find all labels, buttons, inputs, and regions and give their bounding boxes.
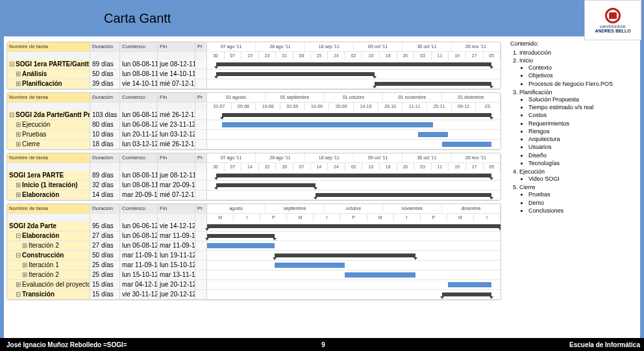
month-label: 07 ago '11 — [207, 153, 256, 162]
day-label: 10 — [362, 52, 380, 60]
day-label: 08 — [293, 52, 311, 60]
task-end: vie 14-12-12 — [158, 222, 195, 231]
task-end: mar 11-09-12 — [158, 241, 195, 250]
col-header-pr[interactable]: Pr — [195, 204, 207, 213]
expand-icon[interactable]: ⊟ — [16, 290, 21, 299]
content-outline: Contenido: IntroducciónInicioContextoObj… — [504, 36, 640, 338]
gantt-bar[interactable] — [345, 272, 415, 278]
gantt-bar[interactable] — [207, 234, 275, 238]
task-row[interactable]: ⊞Evaluación del proyecto15 díasmar 04-12… — [7, 280, 501, 290]
task-row[interactable]: ⊞Iteración 225 díaslun 15-10-12mar 13-11… — [7, 270, 501, 280]
day-label: P — [340, 214, 367, 222]
task-row[interactable]: ⊞Elaboración14 díasmar 20-09-11mié 07-12… — [7, 190, 501, 200]
day-label: 02 — [345, 52, 363, 60]
expand-icon[interactable]: ⊞ — [22, 261, 27, 270]
task-row[interactable]: ⊞Cierre18 díaslun 03-12-12mié 26-12-12 — [7, 140, 501, 150]
gantt-bar[interactable] — [275, 263, 345, 268]
month-label: diciembre — [442, 204, 501, 213]
day-label: 30 — [207, 163, 225, 171]
expand-icon[interactable]: ⊞ — [16, 190, 21, 200]
expand-icon[interactable]: ⊞ — [16, 120, 21, 129]
gantt-bar[interactable] — [216, 183, 316, 187]
col-header-pr[interactable]: Pr — [195, 93, 207, 102]
task-row[interactable]: ⊞Iteración 227 díaslun 06-08-12mar 11-09… — [7, 241, 501, 251]
task-row[interactable]: ⊞Inicio (1 iteración)32 díaslun 08-08-11… — [7, 181, 501, 190]
expand-icon[interactable]: ⊞ — [22, 241, 27, 250]
expand-icon[interactable]: ⊟ — [9, 110, 14, 120]
gantt-bar[interactable] — [275, 254, 415, 257]
expand-icon[interactable]: ⊞ — [22, 270, 27, 280]
task-dur: 95 días — [90, 222, 120, 231]
day-label: 26 — [397, 163, 415, 171]
day-label: 05 — [484, 163, 501, 171]
col-header-end[interactable]: Fin — [158, 42, 195, 51]
col-header-name[interactable]: Nombre de tarea — [7, 153, 90, 162]
expand-icon[interactable]: ⊞ — [16, 79, 21, 88]
col-header-end[interactable]: Fin — [158, 153, 195, 162]
day-label: 07 — [293, 163, 311, 171]
col-header-start[interactable]: Comienzo — [120, 153, 158, 162]
gantt-bar[interactable] — [207, 224, 501, 228]
task-row[interactable]: ⊟Elaboración27 díaslun 06-08-12mar 11-09… — [7, 231, 501, 241]
task-row[interactable]: ⊟SOGI 1era PARTE/Gantt Proyecto89 díaslu… — [7, 60, 501, 70]
col-header-end[interactable]: Fin — [158, 93, 195, 102]
col-header-start[interactable]: Comienzo — [120, 42, 158, 51]
col-header-dur[interactable]: Duración — [90, 42, 120, 51]
gantt-bar[interactable] — [442, 292, 492, 296]
task-row[interactable]: ⊟Construcción50 díasmar 11-09-12lun 19-1… — [7, 251, 501, 261]
col-header-dur[interactable]: Duración — [90, 93, 120, 102]
day-label: 15 — [311, 52, 328, 60]
gantt-bar[interactable] — [216, 62, 492, 66]
gantt-bar[interactable] — [418, 132, 447, 137]
task-start: lun 06-08-12 — [120, 110, 158, 120]
col-header-start[interactable]: Comienzo — [120, 204, 158, 213]
col-header-pr[interactable]: Pr — [195, 153, 207, 162]
expand-icon[interactable]: ⊟ — [9, 60, 14, 69]
day-label: 24 — [328, 52, 345, 60]
col-header-start[interactable]: Comienzo — [120, 93, 158, 102]
task-row[interactable]: ⊟Transición15 díasvie 30-11-12jue 20-12-… — [7, 290, 501, 300]
gantt-bar[interactable] — [442, 142, 492, 147]
gantt-bar[interactable] — [448, 282, 492, 287]
col-header-name[interactable]: Nombre de tarea — [7, 204, 90, 213]
expand-icon[interactable]: ⊞ — [16, 130, 21, 139]
expand-icon[interactable]: ⊞ — [16, 70, 21, 79]
day-label: 23 — [259, 52, 277, 60]
gantt-bar[interactable] — [207, 243, 275, 248]
task-row[interactable]: SOGI 1era PARTE89 díaslun 08-08-11jue 08… — [7, 171, 501, 181]
col-header-pr[interactable]: Pr — [195, 42, 207, 51]
expand-icon[interactable]: ⊞ — [16, 140, 21, 149]
gantt-bar[interactable] — [375, 82, 492, 86]
task-row[interactable]: ⊞Planificación39 díasvie 14-10-11mié 07-… — [7, 79, 501, 89]
expand-icon[interactable]: ⊞ — [16, 280, 21, 289]
expand-icon[interactable]: ⊞ — [16, 181, 21, 190]
day-label: 26 — [397, 52, 415, 60]
col-header-dur[interactable]: Duración — [90, 153, 120, 162]
task-name: SOGI 2da Parte — [9, 222, 56, 229]
gantt-bar[interactable] — [216, 72, 375, 76]
month-label: 01 agosto — [207, 93, 266, 102]
task-row[interactable]: ⊞Ejecución80 díaslun 06-08-12vie 23-11-1… — [7, 120, 501, 130]
task-row[interactable]: ⊞Análisis50 díaslun 08-08-11vie 14-10-11 — [7, 70, 501, 79]
task-dur: 32 días — [90, 181, 120, 190]
task-row[interactable]: ⊞Iteración 125 díasmar 11-09-12lun 15-10… — [7, 261, 501, 270]
outline-item: EjecuciónVideo SOGI — [519, 168, 638, 183]
outline-subitem: Usuarios — [528, 144, 638, 151]
expand-icon[interactable]: ⊟ — [16, 231, 21, 240]
task-start: lun 03-12-12 — [120, 140, 158, 149]
outline-item: Introducción — [519, 49, 638, 56]
col-header-name[interactable]: Nombre de tarea — [7, 93, 90, 102]
gantt-bar[interactable] — [222, 113, 492, 117]
expand-icon[interactable]: ⊟ — [16, 251, 21, 260]
col-header-dur[interactable]: Duración — [90, 204, 120, 213]
gantt-bar[interactable] — [216, 174, 492, 177]
col-header-name[interactable]: Nombre de tarea — [7, 42, 90, 51]
gantt-bar[interactable] — [316, 193, 491, 197]
gantt-block: Nombre de tareaDuraciónComienzoFinPr07 a… — [6, 42, 501, 90]
task-row[interactable]: SOGI 2da Parte95 díaslun 06-06-12vie 14-… — [7, 222, 501, 231]
gantt-bar[interactable] — [222, 122, 433, 127]
task-row[interactable]: ⊞Pruebas10 díaslun 20-11-12lun 03-12-12 — [7, 130, 501, 140]
task-start: lun 08-08-11 — [120, 181, 158, 190]
task-row[interactable]: ⊟SOGI 2da Parte/Gantt Proyecto103 díaslu… — [7, 110, 501, 120]
col-header-end[interactable]: Fin — [158, 204, 195, 213]
